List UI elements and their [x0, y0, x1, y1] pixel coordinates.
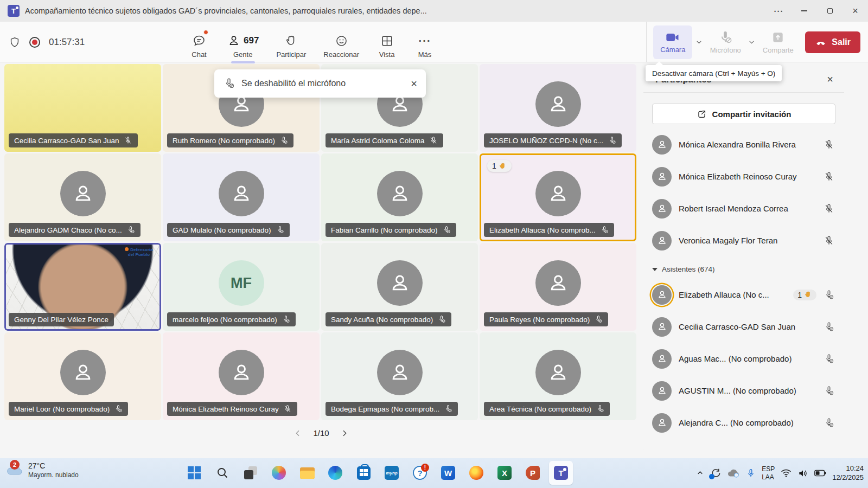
mic-button[interactable]: Micrófono — [706, 25, 745, 59]
next-page-button[interactable] — [340, 429, 349, 438]
person-icon — [656, 321, 668, 332]
leave-button[interactable]: Salir — [805, 31, 860, 53]
tile-org-logo: Defensoría del Pueblo — [122, 247, 156, 257]
tray-clock[interactable]: 10:24 12/2/2025 — [832, 464, 864, 483]
mic-disabled-icon — [824, 386, 834, 396]
participant-nameplate: Area Técnica (No comprobado) — [484, 402, 610, 416]
help-alert-badge: ! — [421, 464, 429, 472]
camera-button[interactable]: Cámara — [653, 25, 692, 59]
avatar — [60, 171, 106, 216]
participant-row[interactable]: Robert Israel Mendoza Correa — [643, 192, 844, 224]
participant-nameplate: JOSELO MUÑOZ CCPD-N (No c... — [484, 133, 622, 147]
share-invitation-button[interactable]: Compartir invitación — [652, 104, 835, 124]
video-tile[interactable]: Cecilia Carrasco-GAD San Juan — [4, 64, 161, 152]
tab-react[interactable]: Reaccionar — [317, 24, 366, 65]
video-tile[interactable]: Alejandro GADM Chaco (No co... — [4, 153, 161, 241]
mic-disabled-icon — [279, 136, 288, 145]
taskbar-myhp-icon[interactable]: myhp — [380, 461, 404, 485]
participant-name: Mónica Alexandra Bonilla Rivera — [679, 140, 816, 149]
participant-row[interactable]: Veronica Magaly Flor Teran — [643, 224, 844, 256]
taskbar-edge-icon[interactable] — [323, 461, 347, 485]
taskbar-store-icon[interactable] — [352, 461, 375, 485]
video-tile[interactable]: Area Técnica (No comprobado) — [480, 332, 636, 420]
mic-options-chevron[interactable] — [747, 38, 756, 46]
mic-disabled-icon — [608, 136, 616, 145]
participant-row[interactable]: Mónica Alexandra Bonilla Rivera — [643, 129, 844, 160]
tab-people[interactable]: 697 Gente — [220, 24, 265, 65]
video-tile[interactable]: GAD Mulalo (No comprobado) — [163, 153, 320, 241]
participants-panel: Participantes × Compartir invitación Món… — [643, 65, 844, 453]
participant-name: JOSELO MUÑOZ CCPD-N (No c... — [489, 137, 603, 145]
person-icon — [656, 353, 668, 364]
video-tile[interactable]: Paula Reyes (No comprobado) — [480, 243, 636, 331]
window-close-button[interactable]: × — [843, 0, 868, 22]
tray-volume-icon[interactable] — [797, 468, 808, 478]
camera-options-chevron[interactable] — [694, 38, 704, 46]
participant-nameplate: Alejandro GADM Chaco (No co... — [9, 223, 141, 237]
person-icon — [656, 139, 668, 150]
mic-disabled-icon — [824, 354, 834, 364]
tray-date: 12/2/2025 — [832, 473, 864, 483]
mic-muted-icon — [824, 139, 834, 150]
taskbar-firefox-icon[interactable] — [464, 461, 488, 485]
mic-disabled-icon — [276, 226, 284, 234]
tab-more[interactable]: ··· Más — [408, 24, 442, 65]
share-button[interactable]: Comparte — [758, 25, 797, 59]
tray-mic-icon[interactable] — [746, 468, 756, 478]
avatar — [535, 171, 581, 216]
window-more-button[interactable]: ··· — [766, 0, 792, 22]
ellipsis-icon: ··· — [419, 35, 431, 47]
participant-nameplate: Cecilia Carrasco-GAD San Juan — [9, 133, 138, 147]
taskbar-help-icon[interactable]: ?! — [408, 461, 432, 485]
participant-row[interactable]: AGUSTIN M... (No comprobado) — [643, 375, 844, 407]
taskbar-taskview-icon[interactable] — [239, 461, 263, 485]
video-tile[interactable]: JOSELO MUÑOZ CCPD-N (No c... — [480, 64, 636, 152]
tray-sync-icon[interactable] — [710, 468, 721, 479]
hand-raised-badge: 1 — [793, 290, 816, 300]
participant-name: Mónica Elizabeth Reinoso Curay — [679, 172, 816, 181]
video-tile[interactable]: Sandy Acuña (No comprobado) — [321, 243, 478, 331]
tray-onedrive-icon[interactable] — [727, 468, 740, 478]
weather-widget[interactable]: 2 27°C Mayorm. nublado — [5, 461, 79, 479]
taskbar-teams-icon[interactable]: T — [549, 461, 573, 485]
prev-page-button[interactable] — [293, 429, 302, 438]
video-tile[interactable]: Mónica Elizabeth Reinoso Curay — [163, 332, 320, 420]
participant-row[interactable]: Cecilia Carrasco-GAD San Juan — [643, 311, 844, 343]
taskbar-start-icon[interactable] — [182, 461, 206, 485]
taskbar-search-icon[interactable] — [210, 461, 234, 485]
video-tile[interactable]: Fabian Carrillo (No comprobado) — [321, 153, 478, 241]
tray-battery-icon[interactable] — [814, 470, 826, 477]
video-tile[interactable]: Defensoría del Pueblo Genny Del Pilar Vé… — [4, 243, 161, 331]
tab-view[interactable]: Vista — [370, 24, 404, 65]
participant-row[interactable]: Elizabeth Allauca (No c... 1 — [643, 279, 844, 311]
avatar — [652, 317, 672, 337]
video-tile[interactable]: Mariel Loor (No comprobado) — [4, 332, 161, 420]
tray-chevron-up-icon[interactable] — [696, 469, 704, 477]
tab-chat[interactable]: Chat — [182, 24, 216, 65]
avatar — [652, 413, 672, 433]
participant-row[interactable]: Alejandra C... (No comprobado) — [643, 407, 844, 439]
video-tile[interactable]: MF marcelo feijoo (No comprobado) — [163, 243, 320, 331]
taskbar-explorer-icon[interactable] — [295, 461, 319, 485]
tray-wifi-icon[interactable] — [781, 468, 792, 478]
tray-language-switcher[interactable]: ESP LAA — [762, 465, 775, 481]
avatar — [535, 350, 581, 395]
raised-hand-icon — [804, 291, 812, 299]
window-maximize-button[interactable] — [817, 0, 843, 22]
taskbar-word-icon[interactable]: W — [436, 461, 460, 485]
taskbar: 2 27°C Mayorm. nublado myhp ?! W X P T E… — [0, 458, 868, 488]
window-minimize-button[interactable] — [792, 0, 817, 22]
participant-row[interactable]: Mónica Elizabeth Reinoso Curay — [643, 160, 844, 192]
taskbar-copilot-icon[interactable] — [267, 461, 291, 485]
mic-disabled-icon — [594, 315, 603, 324]
tab-raise-hand[interactable]: Participar — [270, 24, 312, 65]
panel-close-button[interactable]: × — [827, 73, 833, 86]
taskbar-excel-icon[interactable]: X — [493, 461, 516, 485]
video-tile[interactable]: Bodega Epmapas (No comprob... — [321, 332, 478, 420]
grid-pagination: 1/10 — [4, 428, 638, 438]
taskbar-powerpoint-icon[interactable]: P — [521, 461, 545, 485]
toast-close-button[interactable]: × — [411, 78, 417, 90]
attendees-section-header[interactable]: Asistentes (674) — [643, 256, 844, 279]
video-tile[interactable]: 1 Elizabeth Allauca (No comprob... — [480, 153, 636, 241]
participant-row[interactable]: Aguas Mac... (No comprobado) — [643, 343, 844, 375]
